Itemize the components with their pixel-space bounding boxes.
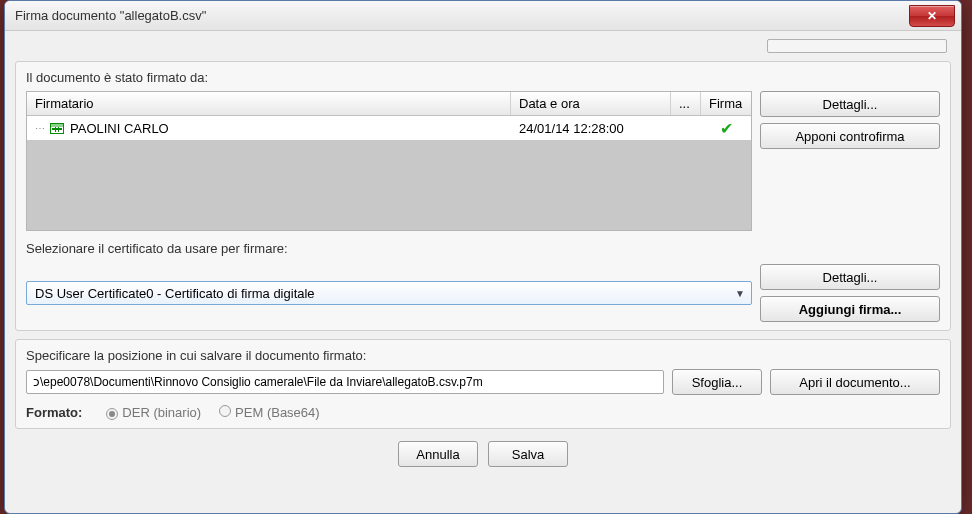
save-path-input[interactable]	[26, 370, 664, 394]
radio-der[interactable]: DER (binario)	[106, 405, 201, 420]
col-extra[interactable]: ...	[671, 92, 701, 115]
browse-button[interactable]: Sfoglia...	[672, 369, 762, 395]
details-button[interactable]: Dettagli...	[760, 91, 940, 117]
title-bar: Firma documento "allegatoB.csv" ✕	[5, 1, 961, 31]
close-icon: ✕	[927, 9, 937, 23]
radio-icon	[219, 405, 231, 417]
add-signature-button[interactable]: Aggiungi firma...	[760, 296, 940, 322]
table-header: Firmatario Data e ora ... Firma	[27, 92, 751, 116]
radio-icon	[106, 408, 118, 420]
save-heading: Specificare la posizione in cui salvare …	[26, 348, 940, 363]
signer-name: PAOLINI CARLO	[70, 121, 169, 136]
checkmark-icon: ✔	[720, 119, 733, 138]
tree-connector-icon: ⋯	[35, 123, 44, 134]
chevron-down-icon: ▼	[735, 288, 745, 299]
certificate-select[interactable]: DS User Certificate0 - Certificato di fi…	[26, 281, 752, 305]
col-signature[interactable]: Firma	[701, 92, 751, 115]
col-datetime[interactable]: Data e ora	[511, 92, 671, 115]
close-button[interactable]: ✕	[909, 5, 955, 27]
open-document-button[interactable]: Apri il documento...	[770, 369, 940, 395]
format-label: Formato:	[26, 405, 82, 420]
signers-heading: Il documento è stato firmato da:	[26, 70, 940, 85]
cert-details-button[interactable]: Dettagli...	[760, 264, 940, 290]
spreadsheet-icon	[50, 123, 64, 134]
radio-pem[interactable]: PEM (Base64)	[219, 405, 320, 420]
dialog-window: Firma documento "allegatoB.csv" ✕ Il doc…	[4, 0, 962, 514]
table-row[interactable]: ⋯ PAOLINI CARLO 24/01/14 12:28:00 ✔	[27, 116, 751, 140]
signers-table[interactable]: Firmatario Data e ora ... Firma ⋯ PAOLIN…	[26, 91, 752, 231]
col-signer[interactable]: Firmatario	[27, 92, 511, 115]
window-title: Firma documento "allegatoB.csv"	[15, 8, 909, 23]
save-group: Specificare la posizione in cui salvare …	[15, 339, 951, 429]
signer-datetime: 24/01/14 12:28:00	[511, 119, 671, 138]
cert-heading: Selezionare il certificato da usare per …	[26, 241, 940, 256]
countersign-button[interactable]: Apponi controfirma	[760, 123, 940, 149]
cancel-button[interactable]: Annulla	[398, 441, 478, 467]
signers-group: Il documento è stato firmato da: Firmata…	[15, 61, 951, 331]
dialog-content: Il documento è stato firmato da: Firmata…	[5, 31, 961, 513]
certificate-value: DS User Certificate0 - Certificato di fi…	[35, 286, 315, 301]
save-button[interactable]: Salva	[488, 441, 568, 467]
progress-bar	[767, 39, 947, 53]
